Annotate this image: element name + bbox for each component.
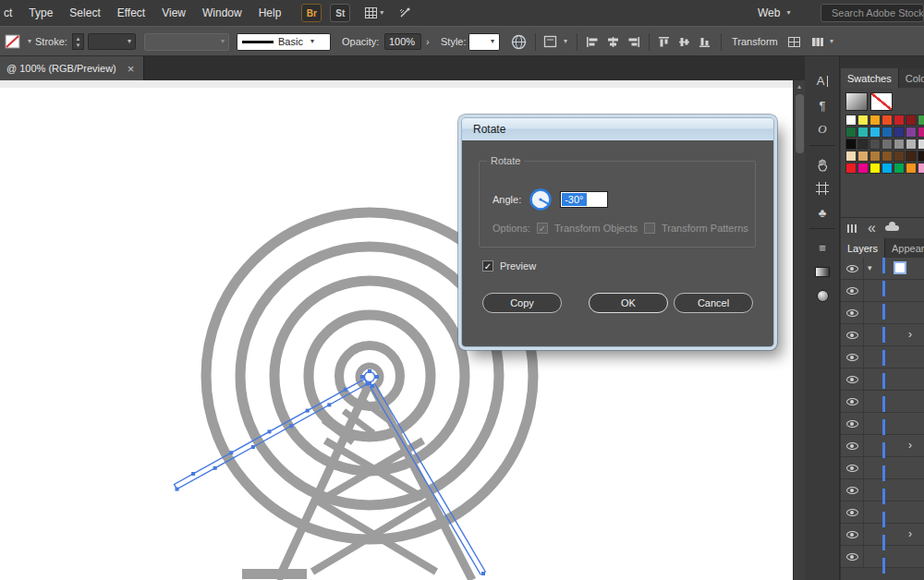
close-icon[interactable]: ×: [128, 63, 135, 75]
swatch[interactable]: [906, 115, 917, 126]
style-dropdown[interactable]: ▾: [468, 27, 500, 56]
artboards-panel-icon[interactable]: [805, 178, 840, 199]
gradient-panel-icon[interactable]: [805, 261, 840, 282]
menu-item[interactable]: Window: [202, 6, 242, 19]
menu-item[interactable]: Type: [29, 6, 53, 19]
gradient-swatch[interactable]: [845, 92, 868, 111]
align-center-button[interactable]: [606, 27, 620, 56]
align-bottom-button[interactable]: [699, 27, 711, 56]
swatch[interactable]: [881, 115, 893, 126]
tab-layers[interactable]: Layers: [841, 238, 885, 258]
swatch[interactable]: [857, 115, 869, 126]
swatch[interactable]: [906, 151, 917, 162]
swatch[interactable]: [845, 139, 857, 150]
swatch[interactable]: [894, 139, 905, 150]
swatch[interactable]: [918, 151, 924, 162]
swatch[interactable]: [881, 127, 893, 138]
swatch[interactable]: [918, 127, 924, 138]
swatch[interactable]: [881, 151, 893, 162]
swatch[interactable]: [881, 163, 893, 174]
layer-target-chevron[interactable]: ›: [908, 439, 912, 452]
swatch[interactable]: [845, 115, 857, 126]
swatch[interactable]: [845, 163, 857, 174]
stock-search-input[interactable]: Search Adobe Stock: [821, 4, 924, 22]
menu-item[interactable]: ct: [4, 6, 12, 19]
menu-item[interactable]: Select: [69, 6, 100, 19]
swatch-kinds-icon[interactable]: «: [868, 220, 876, 236]
visibility-eye-icon[interactable]: [846, 309, 858, 317]
swatch-libraries-icon[interactable]: [847, 224, 858, 233]
ok-button[interactable]: OK: [589, 293, 668, 313]
swatch[interactable]: [845, 127, 857, 138]
step-down-icon[interactable]: ▾: [77, 42, 80, 48]
visibility-eye-icon[interactable]: [846, 465, 858, 472]
copy-button[interactable]: Copy: [482, 293, 562, 313]
visibility-eye-icon[interactable]: [846, 420, 858, 428]
preview-checkbox[interactable]: ✓: [482, 260, 493, 272]
vertical-scrollbar[interactable]: ▴: [793, 80, 805, 580]
swatch[interactable]: [869, 139, 881, 150]
layer-target-chevron[interactable]: ›: [908, 527, 912, 540]
align-right-button[interactable]: [626, 27, 640, 56]
expand-caret-icon[interactable]: ▾: [868, 263, 872, 272]
swatch[interactable]: [869, 163, 881, 174]
columns-dropdown[interactable]: ▾: [811, 27, 833, 56]
menu-item[interactable]: View: [162, 6, 186, 19]
fill-stroke-proxy[interactable]: ▾: [5, 27, 31, 56]
scroll-up-icon[interactable]: ▴: [794, 80, 805, 92]
transform-button[interactable]: Transform: [732, 27, 778, 56]
visibility-eye-icon[interactable]: [846, 398, 858, 405]
visibility-eye-icon[interactable]: [846, 332, 858, 339]
visibility-eye-icon[interactable]: [846, 509, 858, 516]
symbols-panel-icon[interactable]: ♣: [805, 202, 840, 223]
cancel-button[interactable]: Cancel: [674, 293, 753, 313]
hand-libraries-icon[interactable]: [805, 154, 840, 175]
bridge-button[interactable]: Br: [301, 4, 322, 22]
document-tab[interactable]: @ 100% (RGB/Preview) ×: [0, 56, 144, 80]
workspace-switcher[interactable]: Web ▾: [758, 0, 790, 26]
document-setup-button[interactable]: ▾: [543, 27, 567, 56]
step-up-icon[interactable]: ▴: [77, 35, 80, 42]
swatch[interactable]: [881, 139, 893, 150]
align-left-button[interactable]: [586, 27, 600, 56]
layer-target-chevron[interactable]: ›: [908, 328, 912, 341]
stroke-type-dropdown[interactable]: Basic ▾: [237, 27, 331, 56]
swatch[interactable]: [869, 115, 881, 126]
swatch[interactable]: [906, 163, 917, 174]
visibility-eye-icon[interactable]: [846, 376, 858, 383]
tab-swatches[interactable]: Swatches: [841, 68, 899, 88]
character-panel-icon[interactable]: A: [805, 71, 840, 91]
swatch[interactable]: [845, 151, 857, 162]
swatch[interactable]: [918, 115, 924, 126]
visibility-eye-icon[interactable]: [846, 354, 858, 361]
swatch[interactable]: [918, 139, 924, 150]
swatch[interactable]: [906, 127, 917, 138]
swatch[interactable]: [894, 163, 905, 174]
visibility-eye-icon[interactable]: [846, 287, 858, 295]
swatch[interactable]: [869, 151, 881, 162]
tab-appearance[interactable]: Appearance: [885, 238, 924, 258]
cloud-sync-icon[interactable]: [885, 225, 899, 231]
visibility-eye-icon[interactable]: [846, 442, 858, 450]
swatch[interactable]: [894, 115, 905, 126]
stroke-panel-icon[interactable]: ≡: [805, 237, 840, 258]
menu-item[interactable]: Effect: [117, 6, 145, 19]
touch-workspace-icon[interactable]: [398, 6, 411, 19]
opacity-field[interactable]: 100%: [384, 27, 421, 56]
swatch[interactable]: [857, 139, 869, 150]
visibility-eye-icon[interactable]: [846, 531, 858, 538]
visibility-eye-icon[interactable]: [846, 265, 858, 272]
dialog-titlebar[interactable]: Rotate: [462, 118, 773, 140]
align-middle-button[interactable]: [678, 27, 691, 56]
transparency-panel-icon[interactable]: [805, 285, 840, 306]
tab-color[interactable]: Color: [899, 68, 924, 88]
swatch[interactable]: [857, 163, 869, 174]
align-top-button[interactable]: [658, 27, 671, 56]
swatch[interactable]: [894, 127, 905, 138]
show-grid-icon[interactable]: [787, 27, 801, 56]
swatch[interactable]: [906, 139, 917, 150]
stroke-weight-dropdown[interactable]: ▾: [88, 27, 136, 56]
angle-input[interactable]: -30°: [560, 191, 608, 208]
stroke-weight-stepper[interactable]: ▴▾: [72, 27, 84, 56]
visibility-eye-icon[interactable]: [846, 553, 858, 561]
